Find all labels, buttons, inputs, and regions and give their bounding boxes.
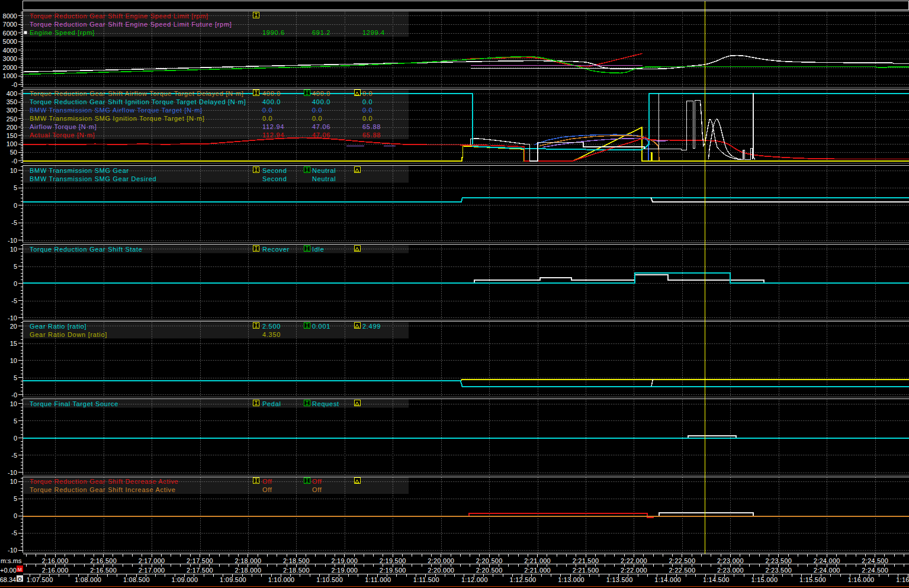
svg-text:2:21.000: 2:21.000: [524, 557, 551, 564]
svg-text:112.94: 112.94: [262, 131, 284, 139]
svg-text:2:23.500: 2:23.500: [765, 557, 792, 564]
svg-text:Torque Reduction Gear Shift In: Torque Reduction Gear Shift Increase Act…: [30, 486, 176, 493]
svg-text:1:08.500: 1:08.500: [123, 576, 150, 583]
svg-text:1:15.000: 1:15.000: [751, 576, 778, 583]
svg-text:2:17.000: 2:17.000: [139, 557, 165, 564]
svg-text:2:20.500: 2:20.500: [476, 567, 503, 574]
svg-text:Gear Ratio Down [ratio]: Gear Ratio Down [ratio]: [30, 331, 107, 338]
svg-text:8000: 8000: [3, 12, 17, 20]
svg-text:400.0: 400.0: [312, 98, 330, 105]
svg-text:20: 20: [10, 323, 17, 330]
svg-text:200: 200: [7, 124, 17, 131]
svg-text:Off: Off: [262, 478, 272, 485]
svg-text:Torque Reduction Gear Shift Ai: Torque Reduction Gear Shift Airflow Torq…: [30, 90, 244, 97]
svg-text:1:14.500: 1:14.500: [703, 576, 730, 583]
svg-text:2:23.500: 2:23.500: [765, 567, 792, 574]
svg-text:1:12.500: 1:12.500: [510, 576, 537, 583]
svg-text:BMW Transmission SMG Gear Desi: BMW Transmission SMG Gear Desired: [30, 175, 156, 182]
svg-text:100: 100: [7, 140, 17, 147]
svg-text:112.94: 112.94: [262, 123, 284, 130]
svg-text:M: M: [17, 567, 22, 573]
svg-text:1:16.500: 1:16.500: [896, 576, 909, 583]
svg-text:-0: -0: [11, 81, 17, 88]
svg-text:6000: 6000: [3, 30, 17, 37]
svg-text:10: 10: [10, 357, 17, 364]
svg-text:47.06: 47.06: [312, 131, 330, 139]
svg-text:0.0: 0.0: [362, 107, 372, 114]
svg-text:Neutral: Neutral: [312, 175, 336, 182]
svg-text:Torque Reduction Gear Shift St: Torque Reduction Gear Shift State: [30, 246, 143, 253]
svg-text:0: 0: [14, 280, 17, 287]
svg-text:2:22.500: 2:22.500: [669, 567, 696, 574]
svg-text:2:17.000: 2:17.000: [139, 567, 165, 574]
svg-text:1:11.500: 1:11.500: [413, 576, 439, 583]
svg-text:400.0: 400.0: [312, 90, 330, 97]
svg-text:Neutral: Neutral: [312, 167, 336, 174]
svg-text:Engine Speed [rpm]: Engine Speed [rpm]: [30, 29, 95, 36]
svg-text:65.88: 65.88: [362, 123, 381, 130]
svg-text:-10: -10: [8, 237, 17, 244]
svg-text:2:16.000: 2:16.000: [42, 557, 69, 564]
svg-text:5: 5: [14, 495, 17, 502]
svg-text:2:18.500: 2:18.500: [283, 557, 310, 564]
svg-text:0.0: 0.0: [362, 90, 372, 97]
svg-text:Torque Reduction Gear Shift Ig: Torque Reduction Gear Shift Ignition Tor…: [30, 98, 246, 105]
svg-text:2:19.000: 2:19.000: [331, 557, 358, 564]
svg-text:1:08.000: 1:08.000: [75, 576, 101, 583]
svg-text:Airflow Torque [N·m]: Airflow Torque [N·m]: [30, 123, 97, 130]
svg-text:BMW Transmission SMG Gear: BMW Transmission SMG Gear: [30, 167, 129, 174]
svg-text:10: 10: [10, 478, 17, 485]
svg-text:300: 300: [7, 107, 17, 114]
svg-text:5000: 5000: [3, 38, 17, 45]
svg-text:2:18.000: 2:18.000: [235, 557, 262, 564]
svg-text:10: 10: [10, 167, 17, 174]
svg-text:400.0: 400.0: [262, 90, 281, 97]
svg-text:5: 5: [14, 263, 17, 270]
svg-text:10: 10: [10, 246, 17, 253]
svg-text:1000: 1000: [3, 72, 17, 79]
svg-text:691.2: 691.2: [312, 29, 330, 36]
svg-text:Request: Request: [312, 400, 339, 407]
svg-text:1:13.500: 1:13.500: [606, 576, 633, 583]
svg-text:Torque Reduction Gear Shift En: Torque Reduction Gear Shift Engine Speed…: [30, 12, 208, 20]
svg-text:-10: -10: [8, 314, 17, 322]
svg-text:-68.34: -68.34: [0, 576, 16, 583]
svg-text:Torque Final Target Source: Torque Final Target Source: [30, 400, 118, 407]
svg-text:2:22.500: 2:22.500: [669, 557, 696, 564]
svg-text:2:23.000: 2:23.000: [717, 557, 744, 564]
svg-text:-5: -5: [11, 219, 17, 226]
svg-text:2:21.500: 2:21.500: [573, 557, 599, 564]
svg-text:2000: 2000: [3, 64, 17, 71]
svg-text:4.350: 4.350: [262, 331, 281, 338]
svg-text:1:11.000: 1:11.000: [365, 576, 391, 583]
svg-text:Idle: Idle: [312, 246, 325, 253]
svg-text:-5: -5: [11, 452, 17, 459]
svg-text:1990.6: 1990.6: [262, 29, 285, 36]
svg-text:2:22.000: 2:22.000: [621, 557, 647, 564]
svg-text:0.0: 0.0: [312, 107, 322, 114]
svg-text:2:19.500: 2:19.500: [380, 557, 406, 564]
svg-text:Second: Second: [262, 167, 287, 174]
svg-text:7000: 7000: [3, 21, 17, 28]
svg-text:1:16.000: 1:16.000: [848, 576, 875, 583]
svg-text:2:21.500: 2:21.500: [573, 567, 599, 574]
svg-text:350: 350: [7, 98, 17, 105]
svg-text:10: 10: [10, 400, 17, 407]
svg-text:2:22.000: 2:22.000: [621, 567, 647, 574]
svg-text:0.0: 0.0: [262, 107, 272, 114]
svg-text:250: 250: [7, 115, 17, 123]
svg-text:0: 0: [14, 435, 17, 442]
svg-text:m:s.ms: m:s.ms: [1, 557, 22, 564]
svg-text:150: 150: [7, 132, 17, 139]
svg-text:Second: Second: [262, 175, 287, 182]
svg-text:BMW Transmission SMG Ignition: BMW Transmission SMG Ignition Torque Tar…: [30, 115, 205, 122]
svg-text:65.88: 65.88: [362, 131, 381, 139]
svg-text:0.001: 0.001: [312, 323, 330, 330]
svg-text:2:16.000: 2:16.000: [42, 567, 69, 574]
svg-text:5: 5: [14, 374, 17, 381]
svg-text:Torque Reduction Gear Shift De: Torque Reduction Gear Shift Decrease Act…: [30, 478, 178, 485]
svg-text:+0.00: +0.00: [0, 567, 17, 574]
svg-text:1:12.000: 1:12.000: [461, 576, 488, 583]
svg-text:1:10.000: 1:10.000: [268, 576, 295, 583]
svg-text:2:17.500: 2:17.500: [187, 567, 213, 574]
